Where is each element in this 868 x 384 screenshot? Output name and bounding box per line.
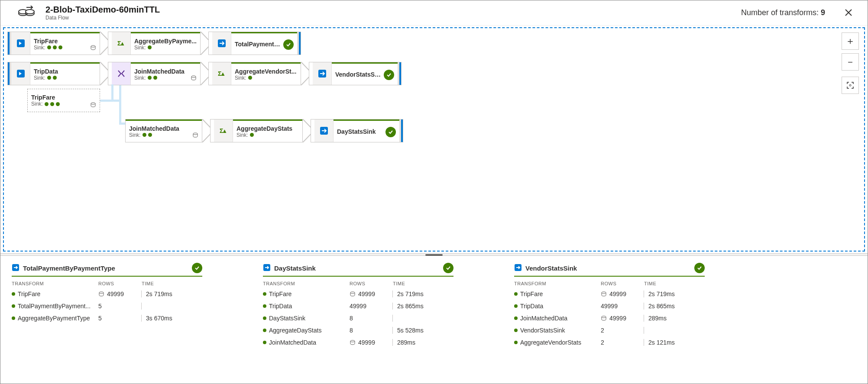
result-transform-name: DayStatsSink: [269, 315, 305, 322]
node-aggregate-vendor[interactable]: Σ▴ AggregateVendorSt... Sink:: [208, 62, 301, 85]
svg-point-9: [191, 76, 196, 77]
page-subtitle: Data Flow: [45, 15, 160, 21]
result-transform-name: TripFare: [18, 290, 40, 297]
result-row[interactable]: DayStatsSink 8: [263, 312, 453, 324]
svg-point-3: [26, 10, 34, 14]
result-time: 2s 121ms: [644, 339, 705, 346]
svg-point-5: [91, 45, 95, 47]
svg-text:Σ▴: Σ▴: [218, 70, 225, 77]
result-row-count: 8: [350, 327, 353, 334]
pane-splitter[interactable]: [0, 253, 868, 256]
node-vendor-sink[interactable]: VendorStatsSink: [309, 62, 402, 85]
result-row[interactable]: TripFare 49999 2s 719ms: [12, 288, 202, 300]
status-dot-icon: [263, 329, 266, 332]
status-dot-icon: [263, 316, 266, 320]
result-row[interactable]: AggregateByPaymentType 5 3s 670ms: [12, 312, 202, 324]
result-row-count: 49999: [609, 315, 626, 322]
status-dot-icon: [514, 316, 518, 320]
result-row-count: 5: [98, 303, 102, 310]
result-transform-name: TripData: [269, 303, 292, 310]
close-button[interactable]: [838, 7, 859, 19]
result-column-headers: TRANSFORMROWSTIME: [12, 277, 202, 288]
status-dot-icon: [12, 316, 15, 320]
dataflow-icon: [18, 6, 37, 20]
results-area: TotalPaymentByPaymentType TRANSFORMROWST…: [0, 256, 868, 355]
result-row-count: 2: [601, 339, 604, 346]
status-dot-icon: [12, 292, 15, 296]
node-total-payment-sink[interactable]: TotalPaymentBy...: [208, 32, 301, 55]
node-join-2[interactable]: JoinMatchedData Sink:: [125, 119, 202, 142]
node-aggregate-day[interactable]: Σ▴ AggregateDayStats Sink:: [210, 119, 303, 142]
sink-icon: [263, 264, 271, 273]
result-time: 2s 719ms: [393, 290, 453, 297]
flow-connector: [111, 84, 119, 102]
status-dot-icon: [514, 329, 518, 332]
result-time: 289ms: [393, 339, 453, 346]
result-column-headers: TRANSFORMROWSTIME: [263, 277, 453, 288]
node-tripfare-1[interactable]: TripFare Sink:: [7, 32, 100, 55]
status-dot-icon: [263, 292, 266, 296]
flow-connector: [119, 85, 121, 124]
aggregate-icon: Σ▴: [212, 62, 231, 85]
join-icon: [112, 62, 131, 85]
success-icon: [283, 39, 294, 50]
status-dot-icon: [263, 341, 266, 344]
aggregate-icon: Σ▴: [112, 32, 131, 55]
result-time: 289ms: [644, 315, 705, 322]
success-icon: [694, 263, 705, 273]
success-icon: [192, 263, 202, 273]
result-row[interactable]: AggregateVendorStats 2 2s 121ms: [514, 336, 705, 349]
result-panel-title: DayStatsSink: [274, 265, 316, 272]
aggregate-icon: Σ▴: [214, 119, 233, 142]
success-icon: [384, 70, 394, 80]
result-row[interactable]: TripData 49999 2s 865ms: [514, 300, 705, 312]
svg-point-18: [99, 292, 104, 294]
dataflow-canvas[interactable]: TripFare Sink: Σ▴ AggregateByPayme... Si…: [3, 27, 865, 252]
result-transform-name: TripFare: [520, 290, 543, 297]
node-join-1[interactable]: JoinMatchedData Sink:: [108, 62, 201, 85]
result-panel-header: TotalPaymentByPaymentType: [12, 263, 202, 277]
database-icon: [350, 291, 356, 297]
zoom-out-button[interactable]: －: [842, 53, 859, 71]
node-day-sink[interactable]: DayStatsSink: [311, 119, 403, 142]
svg-point-24: [602, 316, 606, 318]
result-time: 2s 865ms: [644, 303, 705, 310]
success-icon: [443, 263, 453, 273]
database-icon: [192, 132, 198, 139]
result-transform-name: AggregateByPaymentType: [18, 315, 90, 322]
result-panel: DayStatsSink TRANSFORMROWSTIME TripFare …: [263, 263, 453, 349]
database-icon: [601, 315, 607, 321]
result-row[interactable]: TripFare 49999 2s 719ms: [263, 288, 453, 300]
node-aggregate-payment[interactable]: Σ▴ AggregateByPayme... Sink:: [108, 32, 201, 55]
result-row[interactable]: AggregateDayStats 8 5s 528ms: [263, 324, 453, 336]
result-row-count: 5: [98, 315, 102, 322]
result-row[interactable]: TripData 49999 2s 865ms: [263, 300, 453, 312]
result-row-count: 2: [601, 327, 604, 334]
result-row-count: 49999: [358, 339, 375, 346]
result-row[interactable]: VendorStatsSink 2: [514, 324, 705, 336]
result-transform-name: AggregateDayStats: [269, 327, 321, 334]
result-row[interactable]: JoinMatchedData 49999 289ms: [514, 312, 705, 324]
source-icon: [11, 62, 30, 85]
result-row[interactable]: JoinMatchedData 49999 289ms: [263, 336, 453, 349]
result-row[interactable]: TotalPaymentByPayment... 5: [12, 300, 202, 312]
result-time: 5s 528ms: [393, 327, 453, 334]
database-icon: [601, 291, 607, 297]
result-time: 2s 865ms: [393, 303, 453, 310]
node-tripdata[interactable]: TripData Sink:: [7, 62, 100, 85]
svg-point-16: [849, 84, 851, 86]
result-row-count: 49999: [358, 290, 375, 297]
result-row[interactable]: TripFare 49999 2s 719ms: [514, 288, 705, 300]
result-transform-name: TripFare: [269, 290, 291, 297]
result-panel: TotalPaymentByPaymentType TRANSFORMROWST…: [12, 263, 202, 324]
source-icon: [11, 32, 30, 55]
result-time: 2s 719ms: [644, 290, 705, 297]
transform-count: Number of transforms: 9: [741, 8, 825, 17]
svg-text:Σ▴: Σ▴: [117, 40, 124, 47]
svg-point-13: [193, 133, 198, 135]
node-tripfare-ref[interactable]: TripFare Sink:: [27, 89, 100, 112]
status-dot-icon: [12, 304, 15, 308]
zoom-in-button[interactable]: ＋: [842, 32, 859, 50]
zoom-fit-button[interactable]: [842, 77, 859, 94]
result-panel-title: VendorStatsSink: [525, 265, 577, 272]
